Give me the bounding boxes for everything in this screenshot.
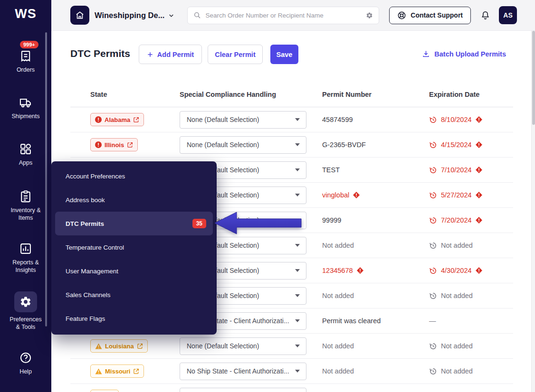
permit-cell: 12345678 [322,267,429,274]
menu-item-label: Sales Channels [66,291,111,299]
sidebar-scrollbar[interactable] [45,32,47,327]
menu-item-account-preferences[interactable]: Account Preferences [55,164,213,188]
error-diamond-icon [353,192,360,198]
column-header-compliance: Special Compliance Handling [180,91,322,98]
truck-icon [19,96,32,109]
batch-upload-link[interactable]: Batch Upload Permits [422,50,506,58]
menu-item-badge: 35 [192,219,206,228]
expiration-date: Not added [441,292,473,299]
column-header-permit: Permit Number [322,91,429,98]
state-badge[interactable] [90,390,119,392]
main-scrollbar[interactable] [531,31,535,392]
compliance-cell: None (Default Selection) [180,136,322,154]
compliance-select[interactable]: None (Default Selection) [180,136,306,154]
main-scrollbar-thumb[interactable] [532,31,535,125]
compliance-cell: None (Default Selection) [180,111,322,129]
menu-item-label: Temperature Control [66,244,124,251]
add-permit-button[interactable]: Add Permit [139,45,202,64]
error-diamond-icon [476,141,482,148]
expiration-date: 8/10/2024 [441,116,472,123]
save-label: Save [277,51,293,58]
state-cell: Illinois [70,138,180,151]
menu-item-feature-flags[interactable]: Feature Flags [55,307,213,330]
external-link-icon [133,117,139,123]
permit-number: TEST [322,166,340,174]
expiration-date: 5/27/2024 [441,191,472,199]
table-header-row: State Special Compliance Handling Permit… [70,82,513,107]
sidebar-label: Help [19,368,32,375]
menu-item-label: DTC Permits [66,220,104,227]
sidebar-item-preferences[interactable]: Preferences & Tools [0,291,51,331]
compliance-select[interactable]: None (Default Selection) [180,337,306,355]
compliance-cell: None (Default Selection) [180,337,322,355]
sidebar-label: Apps [19,159,33,167]
expiration-date: 7/10/2024 [441,166,472,174]
sidebar-label: Orders [17,66,35,74]
compliance-cell: No Ship State - Client Authorizati... [180,363,322,380]
history-clock-icon [429,166,437,174]
compliance-value: No Ship State - Client Authorizati... [187,367,289,375]
workspace-tile-button[interactable] [70,6,89,25]
sidebar-item-help[interactable]: Help [0,351,51,375]
clear-permit-button[interactable]: Clear Permit [208,45,263,64]
expiration-date: 7/20/2024 [441,216,472,224]
permit-cell: TEST [322,166,429,174]
warning-triangle-icon [95,343,102,349]
reports-chart-icon [19,242,32,255]
sidebar-label: Shipments [11,112,39,120]
user-avatar[interactable]: AS [499,6,517,24]
menu-item-dtc-permits[interactable]: DTC Permits 35 [55,212,213,235]
compliance-select[interactable]: None (Default Selection) [180,111,306,129]
state-badge[interactable]: Illinois [90,138,138,151]
state-badge[interactable]: Missouri [90,364,144,378]
permit-cell: Not added [322,242,429,249]
add-permit-label: Add Permit [157,51,194,58]
search-settings-gear-icon[interactable] [366,12,373,19]
top-bar: Wineshipping De... Contact Support AS [51,0,535,31]
error-diamond-icon [476,167,482,173]
state-name: Alabama [105,116,130,123]
menu-item-address-book[interactable]: Address book [55,188,213,212]
building-icon [75,10,85,20]
permit-number: Not added [322,292,354,299]
sidebar-item-apps[interactable]: Apps [0,142,51,167]
permit-number: vinglobal [322,191,349,199]
table-row: Alabama None (Default Selection) 4587459… [70,107,513,132]
save-button[interactable]: Save [270,45,298,64]
chevron-down-icon [295,194,300,196]
compliance-value: None (Default Selection) [187,141,259,149]
permit-number: Not added [322,367,354,375]
expiration-date: Not added [441,242,473,249]
permit-number: G-2365-BVDF [322,141,366,149]
compliance-select[interactable] [180,388,306,392]
state-badge[interactable]: Alabama [90,113,144,126]
error-diamond-icon [476,116,482,123]
table-row: Missouri No Ship State - Client Authoriz… [70,359,513,384]
expiration-date: — [429,317,436,325]
gear-icon [19,296,32,308]
expiration-cell: 5/27/2024 [429,191,513,199]
notifications-bell-icon[interactable] [480,10,490,20]
expiration-cell: 4/30/2024 [429,267,513,275]
compliance-select[interactable]: No Ship State - Client Authorizati... [180,363,306,380]
expiration-cell: Not added [429,342,513,350]
sidebar-item-orders[interactable]: 999+ Orders [0,49,51,74]
preferences-context-menu: Account Preferences Address book DTC Per… [51,161,217,335]
permit-cell: vinglobal [322,191,429,199]
state-cell: Louisiana [70,339,180,353]
expiration-cell: 7/20/2024 [429,216,513,224]
contact-support-button[interactable]: Contact Support [389,7,471,24]
permit-cell: 45874599 [322,116,429,123]
menu-item-user-management[interactable]: User Management [55,259,213,283]
workspace-switcher[interactable]: Wineshipping De... [89,11,175,20]
sidebar-item-reports[interactable]: Reports & Insights [0,242,51,274]
state-cell: Missouri [70,364,180,378]
history-clock-icon [429,191,437,199]
sidebar-item-shipments[interactable]: Shipments [0,96,51,120]
menu-item-sales-channels[interactable]: Sales Channels [55,283,213,307]
state-badge[interactable]: Louisiana [90,339,148,353]
sidebar-item-inventory[interactable]: Inventory & Items [0,190,51,222]
history-clock-icon [429,367,437,375]
search-input[interactable] [205,12,362,19]
menu-item-temperature-control[interactable]: Temperature Control [55,235,213,259]
